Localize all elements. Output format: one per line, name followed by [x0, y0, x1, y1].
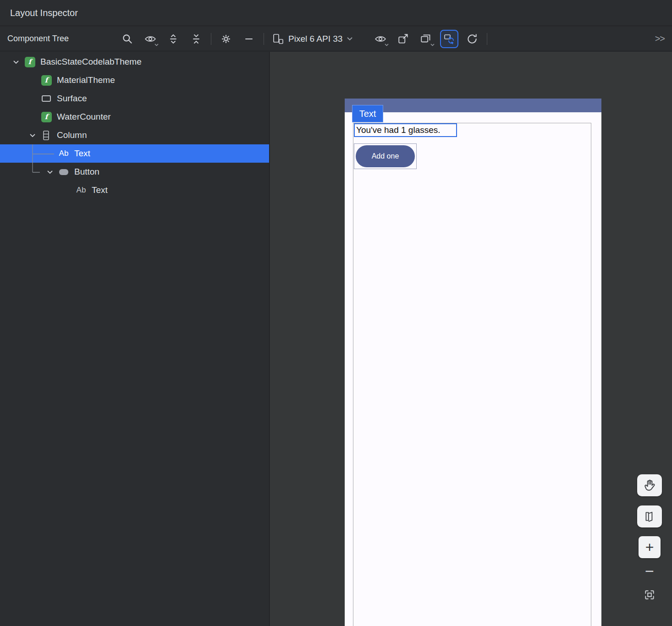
tree-row[interactable]: f WaterCounter: [0, 108, 269, 126]
tree-row-label: Column: [57, 130, 87, 140]
rendered-button-bounds: Add one: [354, 143, 417, 169]
chevron-down-icon[interactable]: [13, 60, 19, 64]
chevron-down-icon[interactable]: [29, 133, 36, 137]
surface-icon: [42, 95, 51, 102]
window-titlebar: Layout Inspector: [0, 0, 672, 26]
live-updates-icon: [444, 33, 455, 44]
zoom-to-fit-icon: [644, 589, 655, 601]
eye-icon: [375, 34, 386, 44]
component-tree-title: Component Tree: [7, 34, 69, 44]
device-status-bar: [345, 99, 601, 112]
tree-row-label: BasicStateCodelabTheme: [40, 57, 142, 67]
3d-mode-button[interactable]: [637, 505, 662, 527]
window-title: Layout Inspector: [10, 8, 78, 18]
gear-icon: [220, 33, 232, 45]
export-snapshot-icon: [397, 33, 409, 44]
text-icon: Ab: [77, 186, 86, 195]
chevron-down-icon[interactable]: [47, 170, 53, 174]
toolbar-separator: [211, 33, 211, 45]
toolbar-separator: [487, 33, 487, 45]
refresh-icon: [466, 33, 478, 45]
view-options-button[interactable]: [371, 30, 390, 48]
3d-mode-icon: [644, 511, 655, 522]
expand-all-button[interactable]: [164, 30, 182, 48]
chevron-down-icon: [385, 44, 389, 46]
tree-row-selected[interactable]: Ab Text: [0, 144, 269, 163]
device-icon: [272, 33, 284, 44]
hide-panel-button[interactable]: [240, 30, 258, 48]
device-selector-label: Pixel 6 API 33: [288, 34, 342, 44]
plus-icon: +: [645, 540, 654, 555]
settings-button[interactable]: [217, 30, 235, 48]
main-area: f BasicStateCodelabTheme f MaterialTheme…: [0, 52, 672, 626]
collapse-all-icon: [191, 33, 202, 44]
rendered-button[interactable]: Add one: [356, 145, 415, 167]
tree-row-label: MaterialTheme: [57, 75, 115, 85]
device-selector[interactable]: Pixel 6 API 33: [272, 33, 353, 44]
zoom-in-button[interactable]: +: [639, 536, 661, 558]
text-icon: Ab: [59, 149, 69, 158]
tree-row[interactable]: Column: [0, 126, 269, 144]
selected-node-label: Text: [352, 105, 383, 122]
button-icon: [59, 169, 68, 175]
selected-node-label-text: Text: [359, 109, 376, 119]
toolbar-overflow-button[interactable]: >>: [655, 33, 666, 44]
minus-icon: −: [645, 563, 654, 579]
expand-all-icon: [168, 33, 179, 44]
search-button[interactable]: [118, 30, 137, 48]
chevron-down-icon: [430, 44, 435, 46]
zoom-to-fit-button[interactable]: [639, 585, 661, 605]
column-icon: [43, 131, 50, 140]
tree-row[interactable]: f BasicStateCodelabTheme: [0, 53, 269, 71]
rendered-text-value: You've had 1 glasses.: [356, 125, 441, 135]
chevron-down-icon: [347, 37, 353, 41]
filter-visibility-button[interactable]: [141, 30, 160, 48]
tree-row[interactable]: Ab Text: [0, 181, 269, 199]
tree-row-label: Text: [74, 148, 90, 159]
hand-icon: [644, 479, 655, 492]
minus-icon: [243, 33, 254, 44]
toolbar-separator: [264, 33, 264, 45]
rendered-button-label: Add one: [372, 152, 399, 160]
tree-row[interactable]: Surface: [0, 89, 269, 108]
tree-row-label: WaterCounter: [57, 112, 111, 122]
search-icon: [121, 33, 133, 45]
layer-spacing-button[interactable]: [417, 30, 435, 48]
zoom-out-button[interactable]: −: [639, 561, 661, 581]
toolbar: Component Tree Pixel 6 API 33: [0, 27, 672, 51]
pan-mode-button[interactable]: [637, 474, 662, 496]
layout-bounds: [353, 123, 591, 626]
composable-icon: f: [25, 57, 35, 67]
composable-icon: f: [41, 112, 52, 122]
live-updates-toggle[interactable]: [440, 30, 458, 48]
device-screen[interactable]: Text You've had 1 glasses. Add one: [345, 99, 601, 626]
tree-row-label: Surface: [57, 93, 87, 104]
refresh-button[interactable]: [463, 30, 481, 48]
eye-icon: [144, 34, 156, 44]
rendered-text[interactable]: You've had 1 glasses.: [354, 123, 457, 137]
collapse-all-button[interactable]: [187, 30, 205, 48]
chevron-down-icon: [154, 44, 159, 46]
render-panel: Text You've had 1 glasses. Add one + −: [270, 52, 672, 626]
component-tree-panel: f BasicStateCodelabTheme f MaterialTheme…: [0, 52, 270, 626]
tree-row[interactable]: Button: [0, 163, 269, 181]
tree-row-label: Button: [74, 167, 99, 177]
composable-icon: f: [41, 75, 52, 86]
tree-row[interactable]: f MaterialTheme: [0, 71, 269, 89]
tree-row-label: Text: [92, 185, 108, 195]
snapshot-button[interactable]: [394, 30, 413, 48]
